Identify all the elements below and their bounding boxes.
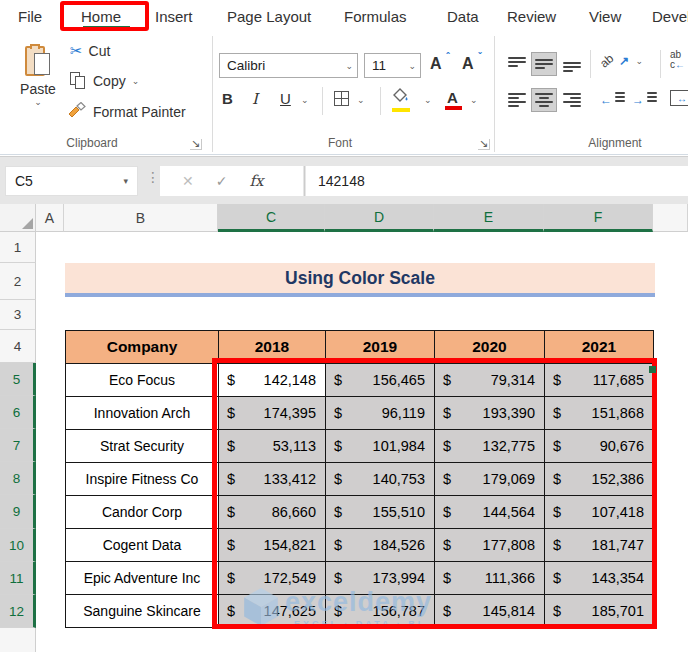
ribbon-tab-bar: File Home Insert Page Layout Formulas Da… [0,0,688,32]
wrap-text-button[interactable]: abc← [670,50,685,70]
fill-color-chevron[interactable]: ⌄ [424,95,432,105]
excel-window: File Home Insert Page Layout Formulas Da… [0,0,688,652]
tab-data[interactable]: Data [447,0,479,32]
top-align-icon [508,57,526,72]
row-header-4[interactable]: 4 [0,330,36,363]
font-size-combo[interactable]: 11⌄ [364,53,421,78]
align-left-button[interactable] [504,88,530,112]
cut-button[interactable]: ✂ Cut [70,42,110,60]
column-header-b[interactable]: B [64,204,218,232]
cell-company[interactable]: Cogent Data [66,529,219,562]
center-button[interactable] [531,88,557,112]
confirm-entry-icon[interactable]: ✓ [216,173,228,189]
copy-icon [70,72,87,90]
home-tab-annotation-box [60,1,149,31]
borders-dropdown-chevron[interactable]: ⌄ [357,95,365,105]
row-header-2[interactable]: 2 [0,263,36,300]
middle-align-button[interactable] [531,52,557,76]
row-header-10[interactable]: 10 [0,529,36,562]
font-color-chevron[interactable]: ⌄ [470,95,478,105]
bottom-align-button[interactable] [559,52,585,76]
orientation-arrow-icon: ↗ [619,54,629,68]
increase-indent-icon: → [632,93,644,107]
font-name-combo[interactable]: Calibri⌄ [219,53,358,78]
column-header-a[interactable]: A [36,204,64,232]
tab-developer[interactable]: Developer [652,0,688,32]
tab-page-layout[interactable]: Page Layout [227,0,311,32]
cut-scissors-icon: ✂ [70,42,83,60]
font-dialog-launcher[interactable]: ↘ [478,139,490,150]
tab-file[interactable]: File [18,0,42,32]
decrease-font-size-button[interactable]: Aˇ [462,55,474,73]
group-separator [212,36,213,152]
paste-dropdown-chevron[interactable]: ⌄ [34,97,42,107]
cell-company[interactable]: Epic Adventure Inc [66,562,219,595]
clipboard-dialog-launcher[interactable]: ↘ [190,139,202,150]
cell-company[interactable]: Candor Corp [66,496,219,529]
paste-button[interactable]: Paste ⌄ [14,40,62,132]
italic-button[interactable]: I [252,90,258,108]
align-right-button[interactable] [559,88,585,112]
group-separator [494,36,495,152]
row-header-5[interactable]: 5 [0,363,36,396]
row-header-6[interactable]: 6 [0,396,36,429]
cell-company[interactable]: Sanguine Skincare [66,595,219,628]
align-right-icon [563,93,581,108]
font-color-button[interactable]: A [447,89,458,106]
alignment-group-label: Alignment [570,136,660,150]
format-painter-icon [68,102,87,122]
underline-dropdown-chevron[interactable]: ⌄ [301,95,309,105]
orientation-chevron[interactable]: ⌄ [635,56,643,66]
increase-font-size-button[interactable]: Aˆ [430,55,442,73]
increase-indent-button[interactable]: → [632,92,657,107]
cell-company[interactable]: Inspire Fitness Co [66,463,219,496]
cell-company[interactable]: Innovation Arch [66,397,219,430]
row-header-partial[interactable] [0,628,36,652]
selection-fill-handle[interactable] [649,366,656,373]
format-painter-button[interactable]: Format Painter [68,102,186,122]
column-header-d[interactable]: D [325,204,434,232]
formula-input[interactable]: 142148 [306,166,688,196]
row-header-7[interactable]: 7 [0,429,36,462]
tab-formulas[interactable]: Formulas [344,0,407,32]
tab-view[interactable]: View [589,0,621,32]
merge-center-icon: ↔ [677,93,687,104]
column-header-partial[interactable] [653,204,688,232]
name-box[interactable]: C5 ▾ [5,166,138,196]
column-header-c[interactable]: C [218,204,325,232]
small-separator [660,50,661,78]
name-box-splitter[interactable]: ⋮ [146,169,160,185]
fill-color-button[interactable] [392,88,409,107]
row-header-9[interactable]: 9 [0,495,36,529]
row-header-12[interactable]: 12 [0,595,36,628]
row-header-11[interactable]: 11 [0,562,36,595]
orientation-button[interactable]: ab ↗ ⌄ [600,54,643,68]
middle-align-icon [535,57,553,72]
top-align-button[interactable] [504,52,530,76]
tab-review[interactable]: Review [507,0,556,32]
cancel-entry-icon[interactable]: ✕ [182,173,194,189]
copy-button[interactable]: Copy ⌄ [70,72,139,90]
insert-function-icon[interactable]: fx [249,172,263,190]
name-box-chevron[interactable]: ▾ [123,176,128,186]
sheet-title[interactable]: Using Color Scale [65,263,655,297]
borders-icon[interactable] [334,91,349,106]
formula-buttons: ✕ ✓ fx [160,166,303,196]
merge-center-button[interactable]: ↔ [670,90,688,106]
formula-bar-row: C5 ▾ ⋮ ✕ ✓ fx 142148 [0,156,688,204]
font-group-label: Font [300,136,380,150]
row-header-8[interactable]: 8 [0,462,36,495]
header-company[interactable]: Company [66,331,219,364]
copy-dropdown-chevron[interactable]: ⌄ [132,76,140,86]
cell-company[interactable]: Eco Focus [66,364,219,397]
column-header-f[interactable]: F [544,204,653,232]
column-header-e[interactable]: E [434,204,544,232]
bold-button[interactable]: B [222,90,233,107]
underline-button[interactable]: U [280,90,291,107]
select-all-button[interactable] [0,204,36,232]
row-header-1[interactable]: 1 [0,232,36,263]
tab-insert[interactable]: Insert [155,0,193,32]
row-header-3[interactable]: 3 [0,300,36,330]
decrease-indent-button[interactable]: ← [600,92,625,107]
cell-company[interactable]: Strat Security [66,430,219,463]
